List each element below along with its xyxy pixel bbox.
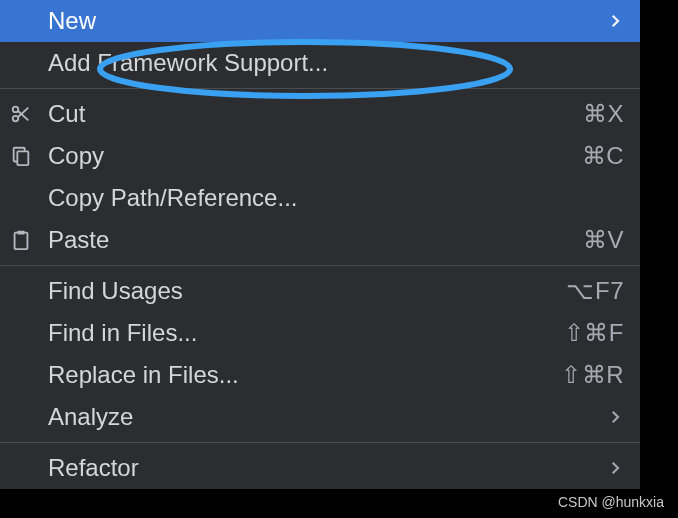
copy-icon: [10, 145, 48, 167]
menu-item-paste[interactable]: Paste ⌘V: [0, 219, 640, 261]
menu-item-new[interactable]: New: [0, 0, 640, 42]
clipboard-icon: [10, 229, 48, 251]
scissors-icon: [10, 103, 48, 125]
menu-item-shortcut: ⇧⌘R: [561, 361, 624, 389]
menu-item-label: Find in Files...: [48, 319, 564, 347]
menu-separator: [0, 88, 640, 89]
menu-item-shortcut: ⇧⌘F: [564, 319, 624, 347]
menu-item-label: Cut: [48, 100, 583, 128]
menu-item-label: Find Usages: [48, 277, 566, 305]
menu-item-label: Add Framework Support...: [48, 49, 624, 77]
menu-item-replace-in-files[interactable]: Replace in Files... ⇧⌘R: [0, 354, 640, 396]
menu-item-copy-path-reference[interactable]: Copy Path/Reference...: [0, 177, 640, 219]
menu-item-label: Paste: [48, 226, 583, 254]
menu-item-label: Copy: [48, 142, 582, 170]
menu-item-label: Analyze: [48, 403, 606, 431]
menu-item-shortcut: ⌘X: [583, 100, 624, 128]
chevron-right-icon: [606, 12, 624, 30]
menu-item-shortcut: ⌘C: [582, 142, 624, 170]
menu-item-label: Copy Path/Reference...: [48, 184, 624, 212]
menu-item-find-usages[interactable]: Find Usages ⌥F7: [0, 270, 640, 312]
menu-item-refactor[interactable]: Refactor: [0, 447, 640, 489]
menu-item-cut[interactable]: Cut ⌘X: [0, 93, 640, 135]
svg-rect-7: [17, 231, 24, 235]
menu-item-label: New: [48, 7, 606, 35]
watermark: CSDN @hunkxia: [558, 494, 664, 510]
menu-item-analyze[interactable]: Analyze: [0, 396, 640, 438]
menu-separator: [0, 442, 640, 443]
svg-rect-6: [15, 233, 28, 250]
menu-item-copy[interactable]: Copy ⌘C: [0, 135, 640, 177]
menu-item-shortcut: ⌘V: [583, 226, 624, 254]
chevron-right-icon: [606, 408, 624, 426]
menu-item-add-framework-support[interactable]: Add Framework Support...: [0, 42, 640, 84]
svg-rect-5: [17, 151, 28, 165]
menu-item-label: Refactor: [48, 454, 606, 482]
menu-item-shortcut: ⌥F7: [566, 277, 624, 305]
chevron-right-icon: [606, 459, 624, 477]
menu-separator: [0, 265, 640, 266]
menu-item-find-in-files[interactable]: Find in Files... ⇧⌘F: [0, 312, 640, 354]
menu-item-label: Replace in Files...: [48, 361, 561, 389]
context-menu: New Add Framework Support... Cut ⌘X: [0, 0, 640, 489]
